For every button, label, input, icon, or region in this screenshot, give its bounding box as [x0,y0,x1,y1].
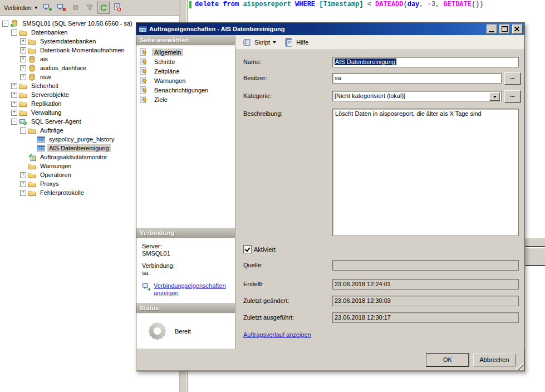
script-button[interactable]: Skript [240,37,278,48]
category-browse-button[interactable]: ... [504,90,521,102]
expander-icon[interactable]: + [11,110,17,116]
expander-icon[interactable]: + [20,56,26,62]
page-item-benachrichtigungen[interactable]: Benachrichtigungen [138,85,234,95]
dialog-button-bar: OK Abbrechen [136,349,524,371]
disconnect-server-button[interactable] [56,2,68,14]
created-label: Erstellt: [243,281,264,287]
tree-label: Operatoren [38,171,73,179]
dialog-titlebar[interactable]: Auftragseigenschaften - AIS Datenbereini… [136,23,524,35]
database-icon [28,55,36,63]
folder-icon [28,171,36,179]
general-page-content: Name: AIS Datenbereinigung Besitzer: sa … [235,50,524,349]
expander-icon[interactable]: + [20,47,26,53]
folder-icon [28,189,36,197]
page-label: Allgemein [152,48,183,56]
sql-token: GETDATE [444,1,472,8]
expander-icon[interactable]: - [11,119,17,125]
sql-token: < [367,1,375,8]
folder-icon [28,37,36,46]
background-window-band [524,248,545,266]
cancel-button[interactable]: Abbrechen [473,354,515,366]
owner-input[interactable]: sa [332,73,502,84]
minimize-button[interactable] [487,24,497,34]
agent-icon [19,117,27,126]
expander-spacer [29,136,35,143]
connection-header: Verbindung [136,228,235,238]
sql-token: ( [404,1,407,8]
progress-spinner-icon [155,329,159,333]
tree-label: Warnungen [38,162,73,170]
connect-server-button[interactable] [42,2,54,14]
expander-icon[interactable]: - [2,21,8,27]
page-item-warnungen[interactable]: Warnungen [138,76,234,85]
expander-icon[interactable]: + [11,101,17,107]
page-item-allgemein[interactable]: Allgemein [138,47,234,57]
refresh-button[interactable] [97,2,110,14]
expander-icon[interactable]: + [20,190,26,196]
expander-icon[interactable]: + [20,181,26,187]
enabled-checkbox[interactable] [243,245,252,253]
tree-label: Replikation [30,100,63,107]
sql-editor[interactable]: delete from aisposreport WHERE [Timestam… [188,0,545,20]
owner-browse-button[interactable]: ... [504,72,521,85]
description-textarea[interactable]: Löscht Daten in aisposreport, die älter … [332,109,519,236]
expander-icon[interactable]: + [11,83,17,89]
source-field [332,260,519,271]
folder-icon [19,100,27,108]
pages-header: Seite auswählen [136,35,235,45]
chevron-down-icon [273,41,276,43]
server-label: Server: [142,243,235,250]
activity-monitor-icon [28,153,36,161]
tree-label: Datenbanken [30,28,69,36]
status-header: Status [136,303,235,313]
page-label: Zeitpläne [152,67,181,75]
dialog-title: Auftragseigenschaften - AIS Datenbereini… [149,26,484,33]
page-list: Allgemein Schritte Zeitpläne Warnungen B… [136,45,235,228]
expander-icon[interactable]: - [11,30,17,36]
expander-icon[interactable]: + [20,38,26,45]
expander-icon[interactable]: + [20,65,26,71]
script-error-button[interactable] [111,2,124,14]
expander-spacer [29,145,35,151]
connection-value: sa [142,270,235,277]
page-item-ziele[interactable]: Ziele [138,95,234,104]
page-item-schritte[interactable]: Schritte [138,57,234,66]
dropdown-arrow-button[interactable] [489,92,500,101]
name-input[interactable]: AIS Datenbereinigung [332,57,519,67]
connection-properties-icon [142,282,151,291]
connect-dropdown-button[interactable]: Verbinden [2,3,40,13]
help-button[interactable]: Hilfe [282,37,310,48]
expander-icon[interactable]: + [20,74,26,80]
page-icon [139,95,148,104]
page-item-zeitplaene[interactable]: Zeitpläne [138,66,234,76]
job-properties-dialog: Auftragseigenschaften - AIS Datenbereini… [136,22,525,371]
tree-label: Verwaltung [30,109,63,116]
job-icon [139,25,147,33]
ok-button[interactable]: OK [426,354,469,366]
tree-label: Fehlerprotokolle [38,189,86,197]
connection-label: Verbindung: [142,262,235,270]
category-label: Kategorie: [243,92,271,99]
expander-icon[interactable]: + [11,92,17,98]
category-select[interactable]: [Nicht kategorisiert (lokal)] [332,91,502,101]
category-value: [Nicht kategorisiert (lokal)] [335,92,405,99]
folder-icon [19,109,27,117]
job-history-link[interactable]: Auftragsverlauf anzeigen [243,331,311,338]
page-label: Warnungen [152,77,188,85]
background-window-band [524,238,545,247]
resize-grip[interactable] [516,362,523,370]
page-label: Ziele [152,96,170,104]
page-label: Benachrichtigungen [152,86,210,94]
maximize-button[interactable] [499,24,510,34]
filter-icon [85,3,94,12]
expander-icon[interactable]: + [20,172,26,178]
sql-token: DATEADD [375,1,403,8]
folder-icon [28,46,36,55]
help-label: Hilfe [296,39,308,46]
expander-icon[interactable]: - [20,128,26,134]
tree-label: ais [38,55,50,63]
last-executed-label: Zuletzt ausgeführt: [243,314,294,321]
help-icon [284,38,293,47]
connection-properties-link[interactable]: Verbindungseigenschaften anzeigen [154,282,222,297]
close-button[interactable] [512,24,523,34]
